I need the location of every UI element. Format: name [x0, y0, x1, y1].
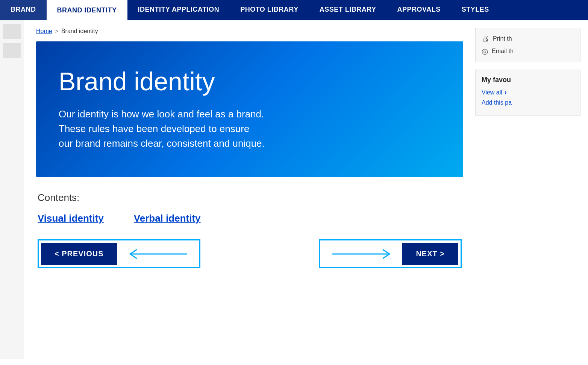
- breadcrumb-current: Brand identity: [61, 28, 98, 35]
- nav-item-brand-identity[interactable]: BRAND IDENTITY: [47, 0, 127, 20]
- view-all-link[interactable]: View all ›: [482, 88, 574, 96]
- sidebar-block-2: [3, 43, 21, 58]
- favourites-panel: My favou View all › Add this pa: [475, 70, 580, 116]
- contents-section: Contents: Visual identityVerbal identity: [36, 192, 463, 224]
- favourites-title: My favou: [482, 76, 574, 84]
- previous-arrow: [123, 246, 191, 262]
- contents-link-visual-identity[interactable]: Visual identity: [38, 213, 104, 224]
- previous-btn-group: < PREVIOUS: [38, 239, 200, 268]
- right-sidebar: 🖨 Print th ◎ Email th My favou View all …: [475, 20, 588, 359]
- contents-link-verbal-identity[interactable]: Verbal identity: [134, 213, 201, 224]
- actions-panel: 🖨 Print th ◎ Email th: [475, 28, 580, 62]
- contents-label: Contents:: [38, 192, 462, 204]
- next-btn-group: NEXT >: [319, 239, 462, 268]
- nav-item-photo-library[interactable]: PHOTO LIBRARY: [230, 0, 309, 20]
- nav-buttons-row: < PREVIOUS NEXT >: [36, 239, 463, 268]
- next-button[interactable]: NEXT >: [402, 243, 458, 265]
- nav-item-asset-library[interactable]: ASSET LIBRARY: [309, 0, 387, 20]
- add-page-label: Add this pa: [482, 99, 512, 106]
- email-icon: ◎: [482, 47, 488, 56]
- hero-description: Our identity is how we look and feel as …: [59, 107, 329, 151]
- left-sidebar: [0, 20, 24, 359]
- nav-item-approvals[interactable]: APPROVALS: [387, 0, 451, 20]
- breadcrumb-home[interactable]: Home: [36, 28, 52, 35]
- view-all-label: View all: [482, 89, 502, 96]
- contents-links: Visual identityVerbal identity: [38, 213, 462, 224]
- top-navigation: BRANDBRAND IDENTITYIDENTITY APPLICATIONP…: [0, 0, 588, 20]
- nav-item-brand[interactable]: BRAND: [0, 0, 47, 20]
- print-label: Print th: [493, 35, 512, 42]
- nav-item-styles[interactable]: STYLES: [451, 0, 500, 20]
- print-action[interactable]: 🖨 Print th: [482, 34, 574, 43]
- main-content: Home > Brand identity Brand identity Our…: [24, 20, 475, 359]
- view-all-arrow-icon: ›: [505, 88, 507, 96]
- hero-title: Brand identity: [59, 67, 441, 96]
- next-arrow: [329, 246, 396, 262]
- print-icon: 🖨: [482, 34, 489, 43]
- nav-item-identity-application[interactable]: IDENTITY APPLICATION: [127, 0, 230, 20]
- email-label: Email th: [492, 48, 514, 55]
- breadcrumb-separator: >: [55, 28, 58, 34]
- breadcrumb: Home > Brand identity: [36, 28, 463, 35]
- hero-banner: Brand identity Our identity is how we lo…: [36, 41, 463, 177]
- add-page-link[interactable]: Add this pa: [482, 99, 574, 106]
- email-action[interactable]: ◎ Email th: [482, 47, 574, 56]
- previous-button[interactable]: < PREVIOUS: [41, 243, 117, 265]
- sidebar-block-1: [3, 24, 21, 39]
